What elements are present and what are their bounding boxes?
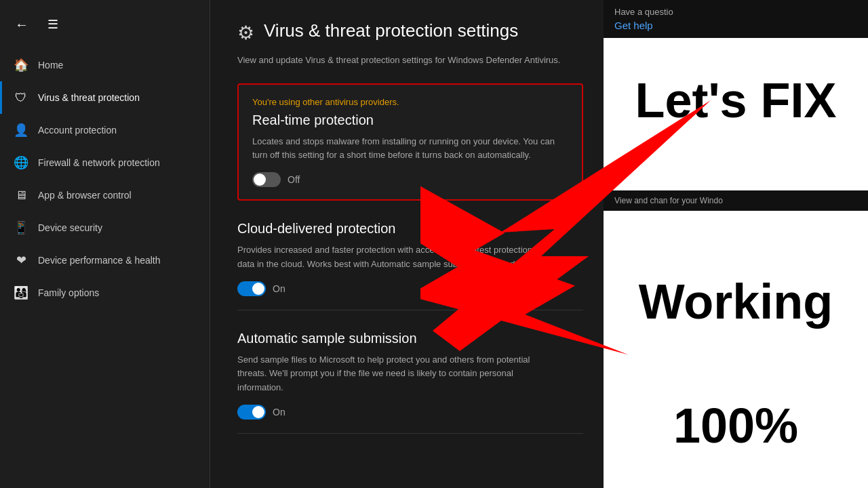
virus-icon: 🛡 (14, 90, 28, 105)
sample-title: Automatic sample submission (237, 331, 583, 346)
page-title: Virus & threat protection settings (264, 20, 518, 41)
percent-text: 100% (673, 401, 798, 450)
working-text: Working (639, 277, 833, 326)
sidebar-item-family-label: Family options (38, 287, 99, 298)
sidebar-item-virus-label: Virus & threat protection (38, 92, 140, 103)
sample-description: Send sample files to Microsoft to help p… (237, 353, 549, 395)
device-health-icon: ❤ (14, 253, 28, 268)
sidebar-item-device-health-label: Device performance & health (38, 255, 161, 266)
sidebar-item-home[interactable]: 🏠 Home (0, 49, 210, 81)
get-help-link[interactable]: Get help (614, 20, 857, 31)
antivirus-warning: You're using other antivirus providers. (252, 97, 568, 107)
sidebar-item-device-health[interactable]: ❤ Device performance & health (0, 244, 210, 277)
working-block: Working (604, 268, 868, 336)
sidebar-nav: 🏠 Home 🛡 Virus & threat protection 👤 Acc… (0, 49, 210, 309)
realtime-toggle-row: Off (252, 172, 568, 187)
sample-toggle-row: On (237, 405, 583, 420)
cloud-toggle-label: On (273, 283, 285, 294)
realtime-toggle-knob (254, 174, 266, 186)
family-icon: 👨‍👩‍👧 (14, 285, 28, 300)
home-icon: 🏠 (14, 58, 28, 73)
sidebar-item-family[interactable]: 👨‍👩‍👧 Family options (0, 277, 210, 309)
page-subtitle: View and update Virus & threat protectio… (237, 54, 610, 67)
sidebar-item-app-label: App & browser control (38, 190, 132, 201)
lets-fix-block: Let's FIX (604, 66, 868, 134)
sample-submission-section: Automatic sample submission Send sample … (237, 331, 583, 434)
back-button[interactable]: ← (11, 14, 33, 35)
sample-toggle[interactable] (237, 405, 266, 420)
app-browser-icon: 🖥 (14, 188, 28, 203)
sidebar-item-device-security-label: Device security (38, 222, 102, 233)
have-question-text: Have a questio (614, 7, 857, 17)
firewall-icon: 🌐 (14, 155, 28, 170)
sidebar: ← ☰ 🏠 Home 🛡 Virus & threat protection 👤… (0, 0, 210, 488)
sidebar-item-device-security[interactable]: 📱 Device security (0, 211, 210, 244)
main-content: ⚙ Virus & threat protection settings Vie… (210, 0, 868, 488)
sidebar-item-firewall[interactable]: 🌐 Firewall & network protection (0, 146, 210, 179)
device-security-icon: 📱 (14, 220, 28, 235)
cloud-toggle[interactable] (237, 281, 266, 296)
account-icon: 👤 (14, 123, 28, 138)
realtime-title: Real-time protection (252, 113, 568, 128)
realtime-toggle[interactable] (252, 172, 281, 187)
sample-toggle-knob (252, 406, 264, 418)
percent-block: 100% (604, 392, 868, 460)
sidebar-item-firewall-label: Firewall & network protection (38, 157, 160, 168)
sample-toggle-label: On (273, 407, 285, 418)
sidebar-item-home-label: Home (38, 60, 63, 70)
realtime-description: Locates and stops malware from installin… (252, 135, 564, 163)
sidebar-item-account-protection[interactable]: 👤 Account protection (0, 114, 210, 146)
realtime-protection-box: You're using other antivirus providers. … (237, 83, 583, 201)
extra-text-block: View and chan for your Windo (604, 190, 868, 211)
gear-icon: ⚙ (237, 22, 254, 44)
hamburger-button[interactable]: ☰ (42, 14, 64, 35)
overlay-main: Let's FIX View and chan for your Windo W… (604, 38, 868, 488)
sidebar-header: ← ☰ (0, 7, 210, 42)
right-overlay-panel: Have a questio Get help Let's FIX View a… (604, 0, 868, 488)
cloud-toggle-knob (252, 283, 264, 295)
sidebar-item-app-browser[interactable]: 🖥 App & browser control (0, 179, 210, 211)
cloud-title: Cloud-delivered protection (237, 221, 583, 237)
back-icon: ← (15, 17, 28, 33)
sidebar-item-virus-threat[interactable]: 🛡 Virus & threat protection (0, 81, 210, 114)
cloud-description: Provides increased and faster protection… (237, 243, 549, 272)
cloud-toggle-row: On (237, 281, 583, 296)
cloud-protection-section: Cloud-delivered protection Provides incr… (237, 221, 583, 310)
hamburger-icon: ☰ (47, 17, 58, 32)
lets-fix-text: Let's FIX (635, 76, 836, 125)
help-section: Have a questio Get help (604, 0, 868, 38)
extra-text: View and chan for your Windo (614, 196, 723, 205)
realtime-toggle-label: Off (288, 174, 300, 185)
sidebar-item-account-label: Account protection (38, 125, 117, 136)
